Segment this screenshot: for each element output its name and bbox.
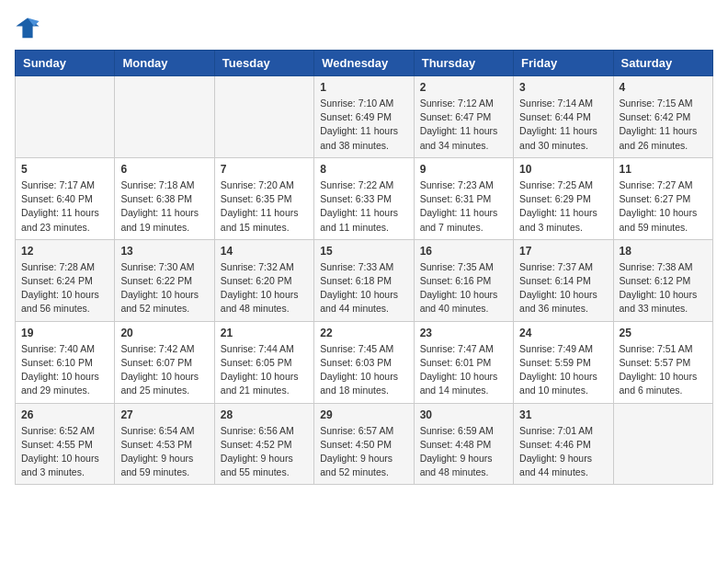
- calendar-cell: 24Sunrise: 7:49 AM Sunset: 5:59 PM Dayli…: [514, 321, 613, 403]
- day-info: Sunrise: 7:20 AM Sunset: 6:35 PM Dayligh…: [221, 178, 308, 235]
- day-number: 6: [120, 163, 208, 176]
- calendar-header-friday: Friday: [514, 51, 613, 76]
- day-info: Sunrise: 7:37 AM Sunset: 6:14 PM Dayligh…: [519, 260, 607, 316]
- day-info: Sunrise: 7:45 AM Sunset: 6:03 PM Dayligh…: [320, 342, 407, 398]
- day-number: 27: [120, 408, 208, 421]
- calendar-cell: 29Sunrise: 6:57 AM Sunset: 4:50 PM Dayli…: [314, 403, 414, 485]
- day-number: 11: [620, 163, 707, 176]
- day-number: 17: [519, 245, 607, 258]
- day-info: Sunrise: 7:12 AM Sunset: 6:47 PM Dayligh…: [420, 97, 507, 153]
- day-number: 15: [320, 245, 407, 258]
- day-info: Sunrise: 6:54 AM Sunset: 4:53 PM Dayligh…: [120, 424, 208, 480]
- day-number: 5: [21, 163, 108, 176]
- day-number: 18: [620, 245, 707, 258]
- day-info: Sunrise: 7:38 AM Sunset: 6:12 PM Dayligh…: [620, 260, 707, 316]
- day-number: 21: [221, 327, 308, 339]
- day-info: Sunrise: 7:30 AM Sunset: 6:22 PM Dayligh…: [120, 260, 208, 316]
- day-info: Sunrise: 7:28 AM Sunset: 6:24 PM Dayligh…: [21, 260, 108, 316]
- day-info: Sunrise: 6:59 AM Sunset: 4:48 PM Dayligh…: [420, 424, 507, 480]
- day-info: Sunrise: 7:17 AM Sunset: 6:40 PM Dayligh…: [21, 178, 108, 235]
- day-info: Sunrise: 7:25 AM Sunset: 6:29 PM Dayligh…: [519, 178, 607, 235]
- calendar-cell: [214, 76, 313, 158]
- calendar-week-row: 12Sunrise: 7:28 AM Sunset: 6:24 PM Dayli…: [16, 239, 713, 321]
- day-info: Sunrise: 7:51 AM Sunset: 5:57 PM Dayligh…: [620, 342, 707, 398]
- day-info: Sunrise: 7:35 AM Sunset: 6:16 PM Dayligh…: [420, 260, 507, 316]
- calendar-cell: 31Sunrise: 7:01 AM Sunset: 4:46 PM Dayli…: [514, 403, 613, 485]
- day-number: 13: [120, 245, 208, 258]
- logo-icon: [15, 15, 40, 40]
- calendar-cell: 9Sunrise: 7:23 AM Sunset: 6:31 PM Daylig…: [414, 157, 513, 239]
- calendar-cell: 10Sunrise: 7:25 AM Sunset: 6:29 PM Dayli…: [514, 157, 613, 239]
- calendar-week-row: 19Sunrise: 7:40 AM Sunset: 6:10 PM Dayli…: [16, 321, 713, 403]
- calendar-header-wednesday: Wednesday: [314, 51, 414, 76]
- day-info: Sunrise: 7:10 AM Sunset: 6:49 PM Dayligh…: [320, 97, 407, 153]
- day-number: 1: [320, 81, 407, 94]
- calendar-cell: 12Sunrise: 7:28 AM Sunset: 6:24 PM Dayli…: [16, 239, 115, 321]
- day-number: 19: [21, 327, 108, 339]
- day-info: Sunrise: 7:23 AM Sunset: 6:31 PM Dayligh…: [420, 178, 507, 235]
- day-info: Sunrise: 7:32 AM Sunset: 6:20 PM Dayligh…: [221, 260, 308, 316]
- calendar-cell: 22Sunrise: 7:45 AM Sunset: 6:03 PM Dayli…: [314, 321, 414, 403]
- calendar-body: 1Sunrise: 7:10 AM Sunset: 6:49 PM Daylig…: [16, 76, 713, 485]
- logo: [15, 15, 44, 40]
- calendar-header-sunday: Sunday: [16, 51, 115, 76]
- day-info: Sunrise: 7:01 AM Sunset: 4:46 PM Dayligh…: [519, 424, 607, 480]
- day-number: 10: [519, 163, 607, 176]
- day-number: 28: [221, 408, 308, 421]
- day-number: 26: [21, 408, 108, 421]
- day-info: Sunrise: 7:15 AM Sunset: 6:42 PM Dayligh…: [620, 97, 707, 153]
- calendar-week-row: 26Sunrise: 6:52 AM Sunset: 4:55 PM Dayli…: [16, 403, 713, 485]
- calendar-header-saturday: Saturday: [613, 51, 712, 76]
- day-number: 4: [620, 81, 707, 94]
- day-number: 12: [21, 245, 108, 258]
- calendar-week-row: 5Sunrise: 7:17 AM Sunset: 6:40 PM Daylig…: [16, 157, 713, 239]
- calendar-cell: 25Sunrise: 7:51 AM Sunset: 5:57 PM Dayli…: [613, 321, 712, 403]
- calendar-header-tuesday: Tuesday: [214, 51, 313, 76]
- day-number: 2: [420, 81, 507, 94]
- calendar-cell: 21Sunrise: 7:44 AM Sunset: 6:05 PM Dayli…: [214, 321, 313, 403]
- day-info: Sunrise: 7:33 AM Sunset: 6:18 PM Dayligh…: [320, 260, 407, 316]
- day-info: Sunrise: 6:57 AM Sunset: 4:50 PM Dayligh…: [320, 424, 407, 480]
- calendar-cell: 15Sunrise: 7:33 AM Sunset: 6:18 PM Dayli…: [314, 239, 414, 321]
- day-number: 3: [519, 81, 607, 94]
- day-info: Sunrise: 7:40 AM Sunset: 6:10 PM Dayligh…: [21, 342, 108, 398]
- day-info: Sunrise: 7:42 AM Sunset: 6:07 PM Dayligh…: [120, 342, 208, 398]
- calendar-cell: 8Sunrise: 7:22 AM Sunset: 6:33 PM Daylig…: [314, 157, 414, 239]
- day-info: Sunrise: 7:44 AM Sunset: 6:05 PM Dayligh…: [221, 342, 308, 398]
- calendar-week-row: 1Sunrise: 7:10 AM Sunset: 6:49 PM Daylig…: [16, 76, 713, 158]
- calendar-cell: [613, 403, 712, 485]
- calendar-cell: 7Sunrise: 7:20 AM Sunset: 6:35 PM Daylig…: [214, 157, 313, 239]
- day-number: 29: [320, 408, 407, 421]
- calendar-cell: 28Sunrise: 6:56 AM Sunset: 4:52 PM Dayli…: [214, 403, 313, 485]
- day-number: 8: [320, 163, 407, 176]
- day-number: 14: [221, 245, 308, 258]
- day-number: 30: [420, 408, 507, 421]
- calendar-cell: [16, 76, 115, 158]
- day-info: Sunrise: 7:22 AM Sunset: 6:33 PM Dayligh…: [320, 178, 407, 235]
- calendar-cell: 11Sunrise: 7:27 AM Sunset: 6:27 PM Dayli…: [613, 157, 712, 239]
- day-number: 23: [420, 327, 507, 339]
- calendar-cell: 30Sunrise: 6:59 AM Sunset: 4:48 PM Dayli…: [414, 403, 513, 485]
- calendar-cell: 2Sunrise: 7:12 AM Sunset: 6:47 PM Daylig…: [414, 76, 513, 158]
- day-number: 25: [620, 327, 707, 339]
- calendar-cell: 6Sunrise: 7:18 AM Sunset: 6:38 PM Daylig…: [115, 157, 214, 239]
- calendar-cell: 1Sunrise: 7:10 AM Sunset: 6:49 PM Daylig…: [314, 76, 414, 158]
- day-number: 24: [519, 327, 607, 339]
- calendar-cell: 26Sunrise: 6:52 AM Sunset: 4:55 PM Dayli…: [16, 403, 115, 485]
- day-info: Sunrise: 6:52 AM Sunset: 4:55 PM Dayligh…: [21, 424, 108, 480]
- calendar-header-thursday: Thursday: [414, 51, 513, 76]
- day-number: 22: [320, 327, 407, 339]
- day-number: 7: [221, 163, 308, 176]
- calendar-cell: 13Sunrise: 7:30 AM Sunset: 6:22 PM Dayli…: [115, 239, 214, 321]
- day-number: 20: [120, 327, 208, 339]
- calendar-cell: 27Sunrise: 6:54 AM Sunset: 4:53 PM Dayli…: [115, 403, 214, 485]
- calendar-cell: 18Sunrise: 7:38 AM Sunset: 6:12 PM Dayli…: [613, 239, 712, 321]
- calendar-table: SundayMondayTuesdayWednesdayThursdayFrid…: [15, 50, 713, 485]
- calendar-cell: 14Sunrise: 7:32 AM Sunset: 6:20 PM Dayli…: [214, 239, 313, 321]
- calendar-cell: 19Sunrise: 7:40 AM Sunset: 6:10 PM Dayli…: [16, 321, 115, 403]
- day-info: Sunrise: 7:18 AM Sunset: 6:38 PM Dayligh…: [120, 178, 208, 235]
- day-number: 31: [519, 408, 607, 421]
- calendar-cell: 3Sunrise: 7:14 AM Sunset: 6:44 PM Daylig…: [514, 76, 613, 158]
- calendar-header-monday: Monday: [115, 51, 214, 76]
- calendar-cell: 4Sunrise: 7:15 AM Sunset: 6:42 PM Daylig…: [613, 76, 712, 158]
